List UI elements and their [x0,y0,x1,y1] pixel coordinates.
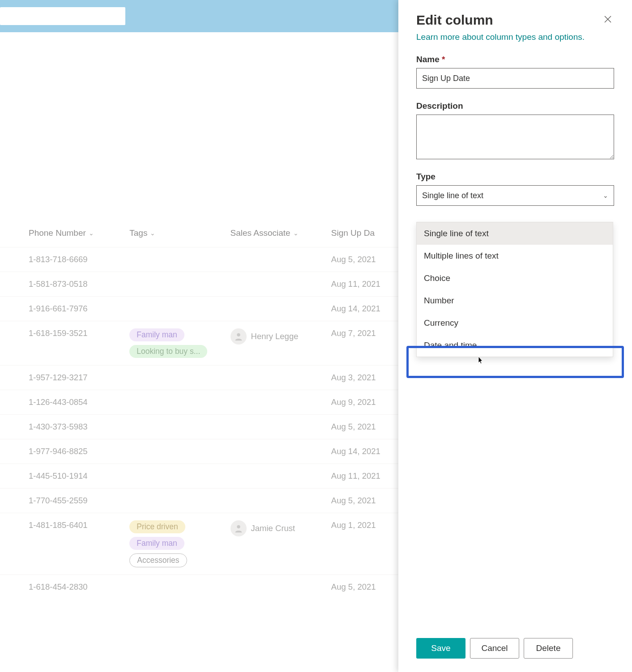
cell-signup: Aug 5, 2021 [331,496,398,506]
tag-pill[interactable]: Price driven [129,520,185,533]
type-option[interactable]: Single line of text [417,222,613,245]
column-header-label: Phone Number [29,228,86,238]
table-row[interactable]: 1-770-455-2559Aug 5, 2021 [0,488,398,513]
close-icon [603,16,612,26]
avatar [231,328,247,345]
table-row[interactable]: 1-813-718-6669Aug 5, 2021 [0,247,398,272]
column-header-signup[interactable]: Sign Up Da [331,228,398,238]
learn-more-link[interactable]: Learn more about column types and option… [416,32,614,42]
tag-pill[interactable]: Looking to buy s... [129,345,207,358]
column-header-label: Tags [129,228,147,238]
cell-phone: 1-581-873-0518 [29,279,129,289]
cell-phone: 1-618-159-3521 [29,328,129,338]
svg-point-1 [237,525,240,528]
type-option[interactable]: Date and time [417,334,613,357]
cell-signup: Aug 3, 2021 [331,373,398,383]
table-row[interactable]: 1-618-454-2830Aug 5, 2021 [0,574,398,599]
name-input[interactable] [416,68,614,89]
cell-signup: Aug 11, 2021 [331,471,398,481]
type-label: Type [416,172,614,182]
table-row[interactable]: 1-481-185-6401Price drivenFamily manAcce… [0,513,398,574]
table-row[interactable]: 1-430-373-5983Aug 5, 2021 [0,414,398,439]
cell-phone: 1-481-185-6401 [29,520,129,530]
cell-signup: Aug 5, 2021 [331,582,398,592]
cursor-pointer-icon [475,356,486,366]
cell-signup: Aug 14, 2021 [331,304,398,314]
cell-phone: 1-916-661-7976 [29,304,129,314]
cell-phone: 1-430-373-5983 [29,422,129,432]
cell-associate: Jamie Crust [231,520,331,536]
panel-title: Edit column [416,13,493,28]
table-header-row: Phone Number ⌄ Tags ⌄ Sales Associate ⌄ … [0,228,398,247]
cell-signup: Aug 5, 2021 [331,255,398,264]
table-row[interactable]: 1-957-129-3217Aug 3, 2021 [0,365,398,390]
cell-signup: Aug 5, 2021 [331,422,398,432]
cell-phone: 1-770-455-2559 [29,496,129,506]
cell-signup: Aug 1, 2021 [331,520,398,530]
description-label: Description [416,101,614,111]
type-selected-value: Single line of text [422,191,483,200]
column-header-associate[interactable]: Sales Associate ⌄ [231,228,331,238]
type-option[interactable]: Currency [417,312,613,334]
chevron-down-icon: ⌄ [89,230,94,237]
table-row[interactable]: 1-581-873-0518Aug 11, 2021 [0,272,398,296]
type-option[interactable]: Multiple lines of text [417,245,613,267]
chevron-down-icon: ⌄ [603,192,608,199]
table-row[interactable]: 1-445-510-1914Aug 11, 2021 [0,464,398,488]
cell-phone: 1-126-443-0854 [29,397,129,407]
required-asterisk: * [442,55,445,64]
cell-associate: Henry Legge [231,328,331,345]
cell-phone: 1-813-718-6669 [29,255,129,264]
associate-name: Henry Legge [251,332,299,341]
type-option[interactable]: Number [417,289,613,312]
cell-signup: Aug 9, 2021 [331,397,398,407]
column-header-label: Sales Associate [231,228,290,238]
cell-signup: Aug 11, 2021 [331,279,398,289]
name-label: Name * [416,55,614,64]
cell-tags: Price drivenFamily manAccessories [129,520,230,567]
chevron-down-icon: ⌄ [293,230,299,237]
panel-footer: Save Cancel Delete [416,638,614,659]
data-table: Phone Number ⌄ Tags ⌄ Sales Associate ⌄ … [0,228,398,599]
avatar [231,520,247,536]
close-button[interactable] [602,13,614,28]
tag-pill[interactable]: Family man [129,328,184,341]
table-row[interactable]: 1-977-946-8825Aug 14, 2021 [0,439,398,464]
delete-button[interactable]: Delete [524,638,573,659]
cell-signup: Aug 14, 2021 [331,447,398,456]
description-textarea[interactable] [416,115,614,159]
svg-point-0 [237,333,240,336]
cell-phone: 1-445-510-1914 [29,471,129,481]
name-label-text: Name [416,55,440,64]
cell-signup: Aug 7, 2021 [331,328,398,338]
column-header-label: Sign Up Da [331,228,375,238]
cell-tags: Family manLooking to buy s... [129,328,230,358]
column-header-tags[interactable]: Tags ⌄ [129,228,230,238]
type-dropdown-list: Single line of textMultiple lines of tex… [416,222,613,357]
chevron-down-icon: ⌄ [150,230,155,237]
cancel-button[interactable]: Cancel [470,638,519,659]
table-row[interactable]: 1-916-661-7976Aug 14, 2021 [0,296,398,321]
edit-column-panel: Edit column Learn more about column type… [398,0,632,672]
cell-phone: 1-957-129-3217 [29,373,129,383]
table-row[interactable]: 1-126-443-0854Aug 9, 2021 [0,390,398,414]
type-select[interactable]: Single line of text ⌄ [416,185,614,206]
tag-pill[interactable]: Family man [129,537,184,550]
cell-phone: 1-977-946-8825 [29,447,129,456]
associate-name: Jamie Crust [251,523,295,533]
cell-phone: 1-618-454-2830 [29,582,129,592]
save-button[interactable]: Save [416,638,465,659]
column-header-phone[interactable]: Phone Number ⌄ [29,228,129,238]
table-row[interactable]: 1-618-159-3521Family manLooking to buy s… [0,321,398,365]
tag-pill[interactable]: Accessories [129,553,187,567]
top-bar [0,0,398,32]
search-input[interactable] [0,7,125,25]
type-option[interactable]: Choice [417,267,613,289]
